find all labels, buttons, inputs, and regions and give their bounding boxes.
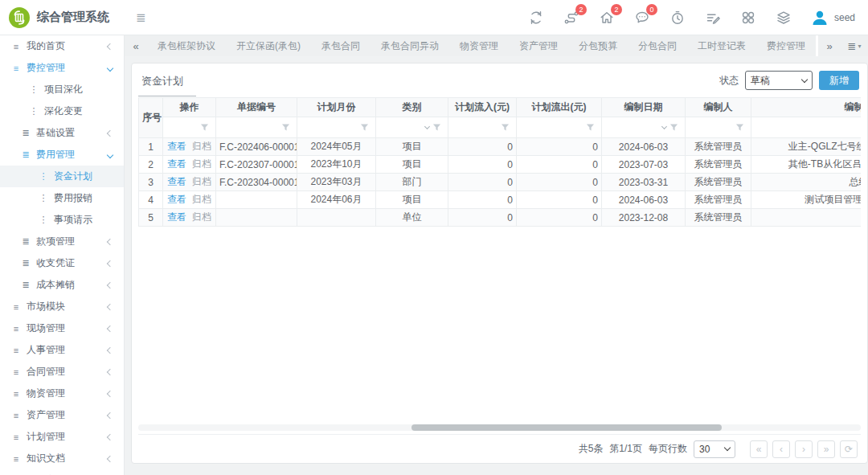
column-header-单据编号[interactable]: 单据编号 — [216, 98, 297, 117]
tab-承包框架协议[interactable]: 承包框架协议 — [147, 35, 226, 56]
tab-资产管理[interactable]: 资产管理 — [509, 35, 568, 56]
table-row[interactable]: 5查看归档单位002023-12-08系统管理员 — [139, 209, 862, 227]
tab-承包合同[interactable]: 承包合同 — [311, 35, 371, 56]
logo-area: 综合管理系统 — [0, 6, 125, 29]
sidebar-item-物资管理[interactable]: ≡物资管理 — [0, 383, 124, 404]
rows-per-page-select[interactable]: 30 — [694, 440, 735, 458]
view-link[interactable]: 查看 — [167, 176, 186, 187]
filter-单据编号[interactable] — [219, 123, 293, 132]
tab-费控管理[interactable]: 费控管理 — [756, 35, 816, 56]
prev-page-button[interactable]: ‹ — [772, 440, 790, 458]
view-link[interactable]: 查看 — [167, 158, 186, 170]
timer-icon[interactable] — [669, 9, 686, 27]
sidebar-item-收支凭证[interactable]: ≣收支凭证 — [0, 252, 124, 274]
column-header-编制日期[interactable]: 编制日期 — [602, 98, 686, 117]
chevron-left-icon — [107, 433, 113, 440]
column-header-计划月份[interactable]: 计划月份 — [297, 98, 376, 117]
table-row[interactable]: 1查看归档F.C-202406-000012024年05月项目002024-06… — [139, 138, 862, 156]
sidebar-item-市场模块[interactable]: ≡市场模块 — [0, 296, 124, 317]
sidebar-item-现场管理[interactable]: ≡现场管理 — [0, 317, 124, 339]
sidebar-item-深化变更[interactable]: ⋮深化变更 — [0, 100, 124, 122]
sync-icon[interactable] — [527, 9, 545, 27]
tab-开立保函(承包)[interactable]: 开立保函(承包) — [226, 35, 311, 56]
refresh-button[interactable]: ⟳ — [840, 440, 858, 458]
archive-link[interactable]: 归档 — [192, 176, 211, 187]
workflow-icon[interactable]: 2 — [563, 9, 580, 27]
tabs-strip: 承包框架协议开立保函(承包)承包合同承包合同异动物资管理资产管理分包预算分包合同… — [147, 35, 818, 56]
last-page-button[interactable]: » — [817, 440, 835, 458]
chat-icon[interactable]: 0 — [633, 9, 651, 27]
tabs-scroll-right-icon[interactable]: » — [818, 35, 841, 56]
sidebar-item-label: 费用管理 — [36, 148, 108, 162]
sidebar-item-成本摊销[interactable]: ≣成本摊销 — [0, 274, 124, 296]
home-icon[interactable]: 2 — [598, 9, 616, 27]
dots-icon: ⋮ — [27, 106, 40, 117]
filter-计划流入(元)[interactable] — [452, 123, 513, 132]
sidebar-item-费用管理[interactable]: ≣费用管理 — [0, 144, 124, 166]
view-link[interactable]: 查看 — [167, 194, 186, 205]
sidebar-item-资产管理[interactable]: ≡资产管理 — [0, 404, 124, 426]
table-row[interactable]: 2查看归档F.C-202307-000012023年10月项目002023-07… — [139, 156, 862, 174]
column-header-计划流入(元)[interactable]: 计划流入(元) — [448, 98, 517, 117]
cell-category: 单位 — [376, 209, 448, 227]
sidebar-item-知识文档[interactable]: ≡知识文档 — [0, 448, 124, 469]
tab-分包预算[interactable]: 分包预算 — [568, 35, 628, 56]
sidebar-item-费用报销[interactable]: ⋮费用报销 — [0, 187, 124, 209]
tab-物资管理[interactable]: 物资管理 — [449, 35, 509, 56]
first-page-button[interactable]: « — [750, 440, 768, 458]
tab-工时登记表[interactable]: 工时登记表 — [687, 35, 756, 56]
filter-编制人[interactable] — [689, 123, 747, 132]
column-header-编制单位[interactable]: 编制单位 — [751, 98, 862, 117]
sidebar-item-计划管理[interactable]: ≡计划管理 — [0, 426, 124, 448]
column-header-操作[interactable]: 操作 — [163, 98, 216, 117]
sidebar-item-事项请示[interactable]: ⋮事项请示 — [0, 209, 124, 231]
cell-compiler: 系统管理员 — [686, 156, 751, 174]
view-link[interactable]: 查看 — [167, 141, 186, 152]
status-label: 状态 — [719, 74, 739, 88]
tabs-menu-icon[interactable]: ≣▾ — [841, 35, 868, 56]
archive-link[interactable]: 归档 — [192, 194, 211, 205]
tab-承包合同异动[interactable]: 承包合同异动 — [371, 35, 449, 56]
column-header-类别[interactable]: 类别 — [376, 98, 448, 117]
archive-link[interactable]: 归档 — [192, 141, 211, 152]
sidebar-item-项目深化[interactable]: ⋮项目深化 — [0, 79, 124, 100]
column-header-计划流出(元)[interactable]: 计划流出(元) — [517, 98, 602, 117]
apps-grid-icon[interactable] — [739, 9, 757, 27]
layers-icon[interactable] — [775, 9, 792, 27]
status-select[interactable]: 草稿 — [745, 71, 813, 90]
filter-计划流出(元)[interactable] — [520, 123, 598, 132]
tasks-icon[interactable] — [704, 9, 722, 27]
table-row[interactable]: 4查看归档2024年06月项目002024-06-03系统管理员测试项目管理系统… — [139, 191, 862, 209]
sidebar-item-资金计划[interactable]: ⋮资金计划 — [0, 166, 124, 187]
filter-计划月份[interactable] — [301, 123, 372, 132]
top-header: 综合管理系统 ≣ 220 seed — [0, 0, 868, 35]
sidebar-item-label: 我的首页 — [27, 39, 108, 53]
sidebar-item-质量安全[interactable]: ≡质量安全 — [0, 469, 124, 475]
sidebar-toggle-icon[interactable]: ≣ — [136, 10, 146, 25]
archive-link[interactable]: 归档 — [192, 158, 211, 170]
table-row[interactable]: 3查看归档F.C-202304-000012023年03月部门002023-03… — [139, 174, 862, 191]
sidebar-item-我的首页[interactable]: ≡我的首页 — [0, 35, 124, 57]
filter-编制单位[interactable] — [755, 123, 861, 132]
column-header-编制人[interactable]: 编制人 — [686, 98, 751, 117]
filter-操作[interactable] — [166, 123, 212, 132]
sidebar-item-款项管理[interactable]: ≣款项管理 — [0, 231, 124, 252]
sidebar-item-费控管理[interactable]: ≡费控管理 — [0, 57, 124, 79]
filter-编制日期[interactable] — [605, 123, 682, 132]
view-link[interactable]: 查看 — [167, 211, 186, 223]
add-button[interactable]: 新增 — [819, 71, 859, 90]
tab-分包合同[interactable]: 分包合同 — [628, 35, 687, 56]
horizontal-scrollbar[interactable] — [138, 424, 861, 431]
next-page-button[interactable]: › — [795, 440, 813, 458]
sidebar-item-合同管理[interactable]: ≡合同管理 — [0, 361, 124, 383]
tabs-scroll-left-icon[interactable]: « — [125, 35, 147, 56]
archive-link[interactable]: 归档 — [192, 211, 211, 223]
chevron-left-icon — [107, 346, 113, 353]
filter-类别[interactable] — [379, 123, 444, 132]
notification-badge: 2 — [611, 4, 622, 15]
user-box[interactable]: seed — [810, 8, 868, 27]
horizontal-scrollbar-thumb[interactable] — [411, 424, 722, 431]
cell-outflow: 0 — [517, 138, 602, 156]
sidebar-item-基础设置[interactable]: ≣基础设置 — [0, 122, 124, 144]
sidebar-item-人事管理[interactable]: ≡人事管理 — [0, 339, 124, 361]
